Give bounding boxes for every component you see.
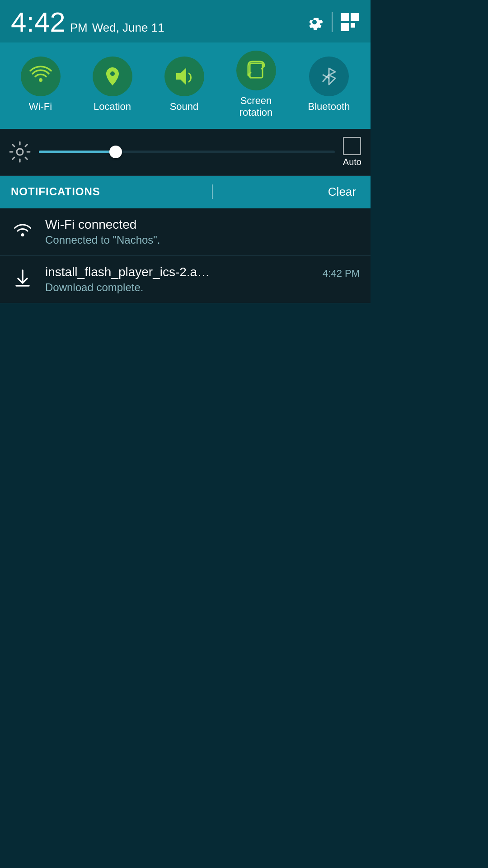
sound-icon	[173, 65, 196, 88]
clear-button[interactable]: Clear	[324, 183, 360, 201]
status-icons	[305, 12, 360, 32]
grid-icon[interactable]	[340, 12, 360, 32]
location-label: Location	[94, 101, 131, 113]
sound-circle	[164, 57, 204, 96]
time-ampm: PM	[70, 21, 88, 35]
notification-wifi-title: Wi-Fi connected	[45, 217, 360, 232]
screen-rotation-label: Screen rotation	[239, 95, 272, 119]
status-divider	[332, 12, 333, 32]
notification-download-subtitle: Download complete.	[45, 281, 312, 294]
auto-checkbox[interactable]	[343, 137, 361, 155]
wifi-label: Wi-Fi	[29, 101, 52, 113]
notification-wifi-content: Wi-Fi connected Connected to "Nachos".	[45, 217, 360, 246]
toggle-location[interactable]: Location	[93, 57, 132, 113]
bluetooth-icon	[317, 65, 341, 88]
bluetooth-label: Bluetooth	[308, 101, 350, 113]
location-circle	[93, 57, 132, 96]
notification-download[interactable]: install_flash_player_ics-2.a… Download c…	[0, 256, 371, 303]
svg-rect-3	[341, 23, 349, 31]
svg-point-8	[17, 149, 23, 155]
notification-wifi-icon	[11, 219, 34, 243]
svg-rect-2	[351, 13, 359, 21]
notification-download-time: 4:42 PM	[323, 268, 360, 279]
wifi-notification-icon	[12, 220, 33, 242]
main-content-area	[0, 303, 371, 801]
notification-download-content: install_flash_player_ics-2.a… Download c…	[45, 265, 312, 294]
auto-brightness-block[interactable]: Auto	[343, 137, 361, 167]
time-block: 4:42 PM Wed, June 11	[11, 8, 164, 36]
brightness-settings-icon[interactable]	[9, 141, 31, 163]
screen-rotation-circle	[236, 51, 276, 90]
notification-wifi-subtitle: Connected to "Nachos".	[45, 234, 360, 246]
toggle-screen-rotation[interactable]: Screen rotation	[236, 51, 276, 119]
time-display: 4:42	[11, 8, 66, 36]
notification-download-title: install_flash_player_ics-2.a…	[45, 265, 312, 279]
download-notification-icon	[12, 268, 33, 289]
slider-track	[39, 151, 335, 153]
svg-point-0	[312, 20, 317, 24]
screen-rotation-icon	[244, 59, 268, 82]
slider-thumb	[109, 146, 122, 158]
location-icon	[101, 65, 124, 88]
toggle-bluetooth[interactable]: Bluetooth	[308, 57, 350, 113]
svg-rect-5	[250, 63, 263, 78]
settings-icon[interactable]	[305, 12, 324, 32]
notifications-title: NOTIFICATIONS	[11, 185, 100, 198]
wifi-icon	[29, 65, 52, 88]
quick-toggles-panel: Wi-Fi Location Sound Sc	[0, 42, 371, 129]
status-bar: 4:42 PM Wed, June 11	[0, 0, 371, 42]
bluetooth-circle	[309, 57, 349, 96]
svg-rect-4	[351, 23, 355, 28]
toggle-sound[interactable]: Sound	[164, 57, 204, 113]
svg-rect-1	[341, 13, 349, 21]
toggle-wifi[interactable]: Wi-Fi	[21, 57, 61, 113]
notifications-header-divider	[212, 184, 213, 199]
notification-wifi[interactable]: Wi-Fi connected Connected to "Nachos".	[0, 208, 371, 256]
wifi-circle	[21, 57, 61, 96]
brightness-row: Auto	[0, 129, 371, 176]
date-display: Wed, June 11	[92, 21, 164, 35]
auto-label: Auto	[343, 157, 361, 167]
notifications-header: NOTIFICATIONS Clear	[0, 176, 371, 208]
notification-download-icon	[11, 267, 34, 290]
slider-fill	[39, 151, 116, 153]
sound-label: Sound	[170, 101, 199, 113]
brightness-slider[interactable]	[39, 144, 335, 160]
